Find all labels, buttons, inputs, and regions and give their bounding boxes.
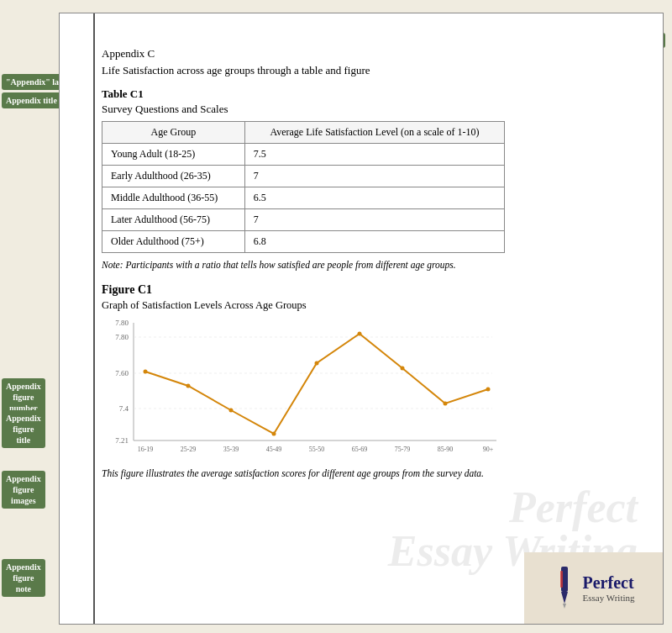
chart-line	[145, 334, 488, 434]
svg-text:55-50: 55-50	[309, 446, 325, 453]
table-row: Early Adulthood (26-35) 7	[102, 166, 505, 187]
col-header-1: Age Group	[102, 122, 245, 144]
table-row: Middle Adulthood (36-55) 6.5	[102, 187, 505, 209]
svg-text:65-69: 65-69	[352, 446, 368, 453]
svg-point-22	[272, 432, 276, 436]
chart-container: 7.80 7.80 7.60 7.4 7.21 16-19 25-29 35-3…	[102, 319, 505, 462]
cell-val-5: 6.8	[244, 231, 504, 253]
pen-icon	[553, 567, 576, 610]
table-row: Young Adult (18-25) 7.5	[102, 144, 505, 166]
svg-point-20	[186, 384, 191, 388]
svg-point-26	[444, 402, 448, 406]
svg-point-27	[486, 388, 491, 392]
svg-text:16-19: 16-19	[138, 446, 154, 453]
cell-age-1: Young Adult (18-25)	[102, 144, 245, 166]
svg-text:35-39: 35-39	[223, 446, 239, 453]
figure-number: Figure C1	[102, 283, 646, 297]
svg-marker-30	[563, 604, 566, 609]
chart-svg: 7.80 7.80 7.60 7.4 7.21 16-19 25-29 35-3…	[102, 319, 505, 462]
figure-note: This figure illustrates the average sati…	[102, 468, 505, 478]
svg-text:75-79: 75-79	[395, 446, 411, 453]
cell-val-1: 7.5	[244, 144, 504, 166]
svg-text:45-49: 45-49	[266, 446, 282, 453]
logo-text: Perfect Essay Writing	[583, 573, 635, 603]
svg-text:7.80: 7.80	[115, 333, 129, 341]
svg-text:7.80: 7.80	[115, 319, 129, 327]
figure-title-tag: Appendix figure title	[2, 410, 45, 448]
appendix-header: Appendix C	[102, 47, 646, 61]
figure-note-tag: Appendix figure note	[2, 559, 45, 597]
document-frame: Perfect Essay Writing Appendix C Life Sa…	[59, 13, 664, 625]
svg-rect-31	[560, 571, 563, 588]
svg-text:7.60: 7.60	[115, 369, 129, 377]
doc-content: Appendix C Life Satisfaction across age …	[102, 22, 646, 615]
svg-point-23	[315, 361, 319, 366]
table-note: Note: Participants with a ratio that tel…	[102, 260, 646, 270]
svg-text:7.21: 7.21	[115, 436, 129, 445]
svg-text:85-90: 85-90	[438, 446, 454, 453]
figure-title: Graph of Satisfaction Levels Across Age …	[102, 299, 646, 312]
svg-text:7.4: 7.4	[119, 404, 129, 413]
cell-age-3: Middle Adulthood (36-55)	[102, 187, 245, 209]
cell-val-2: 7	[244, 166, 504, 187]
svg-point-25	[401, 367, 405, 371]
table-label: Table C1	[102, 87, 646, 101]
cell-val-4: 7	[244, 209, 504, 231]
col-header-2: Average Life Satisfaction Level (on a sc…	[244, 122, 504, 144]
figure-images-tag: Appendix figure images	[2, 471, 45, 509]
table-row: Later Adulthood (56-75) 7	[102, 209, 505, 231]
data-table: Age Group Average Life Satisfaction Leve…	[102, 121, 505, 253]
appendix-title-tag: Appendix title	[2, 92, 61, 108]
svg-point-19	[144, 370, 148, 374]
table-subtitle: Survey Questions and Scales	[102, 103, 646, 116]
cell-age-4: Later Adulthood (56-75)	[102, 209, 245, 231]
logo-area: Perfect Essay Writing	[524, 552, 663, 624]
appendix-main-title: Life Satisfaction across age groups thro…	[102, 64, 646, 77]
svg-text:25-29: 25-29	[181, 446, 197, 453]
table-row: Older Adulthood (75+) 6.8	[102, 231, 505, 253]
svg-point-24	[358, 332, 362, 336]
svg-marker-29	[561, 592, 568, 604]
appendix-id: Appendix C	[102, 47, 155, 60]
cell-age-5: Older Adulthood (75+)	[102, 231, 245, 253]
cell-age-2: Early Adulthood (26-35)	[102, 166, 245, 187]
svg-point-21	[229, 409, 234, 413]
svg-text:90+: 90+	[483, 446, 494, 453]
cell-val-3: 6.5	[244, 187, 504, 209]
